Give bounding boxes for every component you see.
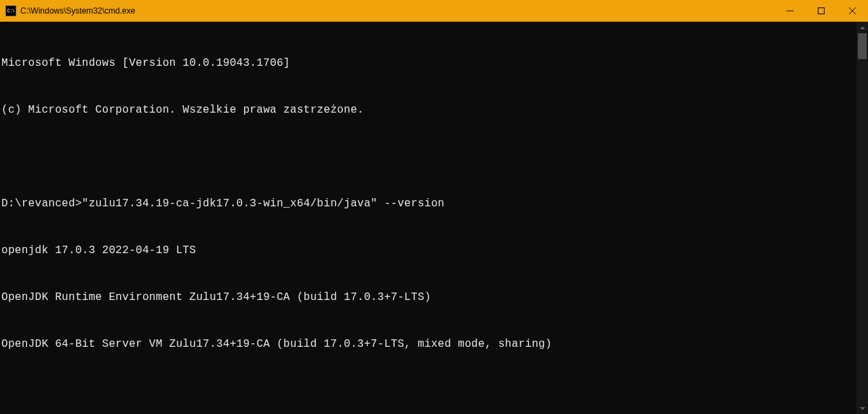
terminal-area[interactable]: Microsoft Windows [Version 10.0.19043.17… [0,22,868,414]
terminal-output[interactable]: Microsoft Windows [Version 10.0.19043.17… [0,22,856,414]
output-line: OpenJDK 64-Bit Server VM Zulu17.34+19-CA… [1,337,855,352]
output-line: openjdk 17.0.3 2022-04-19 LTS [1,243,855,259]
svg-marker-5 [860,407,865,410]
cmd-window: C:\Windows\System32\cmd.exe Microsoft Wi… [0,0,868,414]
output-line: Microsoft Windows [Version 10.0.19043.17… [1,56,855,71]
cmd-icon [5,5,16,16]
titlebar-left: C:\Windows\System32\cmd.exe [5,5,135,16]
output-line: OpenJDK Runtime Environment Zulu17.34+19… [1,290,855,305]
window-title: C:\Windows\System32\cmd.exe [20,6,135,16]
svg-marker-4 [860,26,865,29]
scroll-up-arrow[interactable] [856,22,868,33]
scroll-down-arrow[interactable] [856,402,868,414]
vertical-scrollbar[interactable] [856,22,868,414]
output-line [1,149,855,165]
titlebar-controls [774,0,868,22]
minimize-button[interactable] [774,0,806,22]
output-line: D:\revanced>"zulu17.34.19-ca-jdk17.0.3-w… [1,196,855,212]
svg-rect-1 [818,8,825,14]
close-button[interactable] [837,0,868,22]
output-line [1,383,855,399]
scroll-thumb[interactable] [858,33,867,59]
titlebar[interactable]: C:\Windows\System32\cmd.exe [0,0,868,22]
maximize-button[interactable] [806,0,837,22]
output-line: (c) Microsoft Corporation. Wszelkie praw… [1,102,855,118]
